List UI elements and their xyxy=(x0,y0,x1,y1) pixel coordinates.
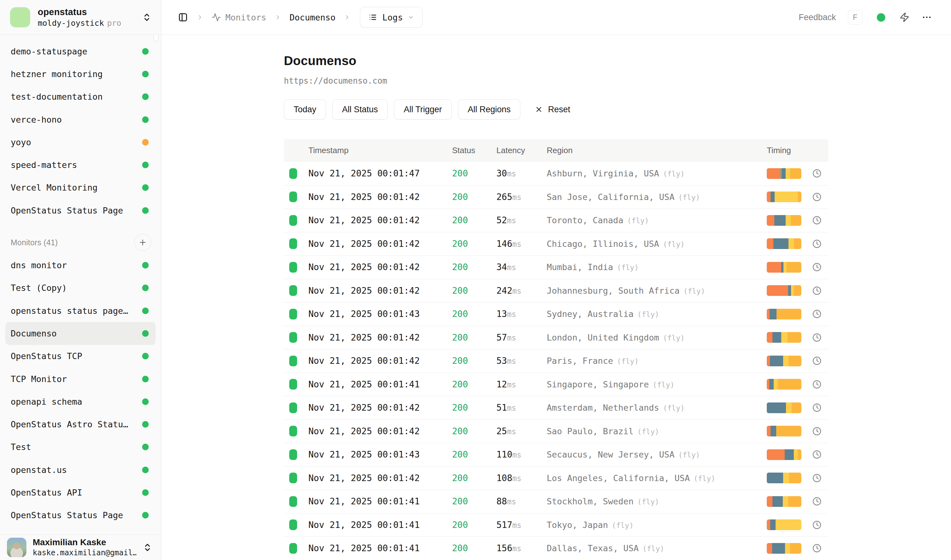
monitors-section-header: Monitors (41) xyxy=(11,233,151,252)
user-menu[interactable]: Maximilian Kaske kaske.maximilian@gmail… xyxy=(0,534,161,560)
log-row[interactable]: Nov 21, 2025 00:01:42 200 146ms Chicago,… xyxy=(284,232,828,256)
timing-bar[interactable] xyxy=(767,403,801,413)
clock-icon xyxy=(812,356,822,366)
timing-bar[interactable] xyxy=(767,472,801,483)
sidebar-item-dns-monitor[interactable]: dns monitor xyxy=(5,254,155,276)
latency-value: 265 xyxy=(496,192,512,202)
view-selector-logs[interactable]: Logs xyxy=(360,7,423,28)
log-row[interactable]: Nov 21, 2025 00:01:42 200 51ms Amsterdam… xyxy=(284,396,828,420)
timing-bar[interactable] xyxy=(767,426,801,437)
sidebar-item-documenso[interactable]: Documenso xyxy=(5,322,155,345)
sidebar-item-openstatus-status-page[interactable]: openstatus status page… xyxy=(5,299,155,322)
row-clock-cell xyxy=(805,333,828,342)
row-clock-cell xyxy=(805,169,828,178)
log-row[interactable]: Nov 21, 2025 00:01:41 200 12ms Singapore… xyxy=(284,373,828,397)
workspace-switcher[interactable]: openstatus moldy-joystickpro xyxy=(0,0,161,35)
sidebar-item-openstatus-status-page[interactable]: OpenStatus Status Page xyxy=(5,199,155,222)
row-status-cell xyxy=(284,449,308,460)
sidebar-item-vercel-monitoring[interactable]: Vercel Monitoring xyxy=(5,176,155,199)
add-monitor-button[interactable] xyxy=(134,234,151,251)
log-row[interactable]: Nov 21, 2025 00:01:41 200 156ms Dallas, … xyxy=(284,537,828,560)
log-row[interactable]: Nov 21, 2025 00:01:42 200 242ms Johannes… xyxy=(284,279,828,303)
feedback-shortcut-badge: F xyxy=(848,10,862,25)
timing-segment xyxy=(769,309,777,320)
filter-trigger[interactable]: All Trigger xyxy=(394,99,452,120)
timing-bar[interactable] xyxy=(767,379,801,389)
row-region: Sao Paulo, Brazil(fly) xyxy=(547,426,767,436)
sidebar-toggle-button[interactable] xyxy=(178,12,188,23)
log-row[interactable]: Nov 21, 2025 00:01:43 200 110ms Secaucus… xyxy=(284,443,828,467)
log-row[interactable]: Nov 21, 2025 00:01:42 200 57ms London, U… xyxy=(284,326,828,350)
latency-unit: ms xyxy=(507,357,516,366)
timing-bar[interactable] xyxy=(767,520,801,530)
sidebar-item-label: openapi schema xyxy=(11,397,82,406)
breadcrumb-monitors[interactable]: Monitors xyxy=(212,12,266,22)
timing-segment xyxy=(767,379,769,389)
timing-bar[interactable] xyxy=(767,332,801,343)
timing-bar[interactable] xyxy=(767,215,801,226)
log-row[interactable]: Nov 21, 2025 00:01:41 200 517ms Tokyo, J… xyxy=(284,514,828,537)
timing-segment xyxy=(794,238,801,249)
feedback-link[interactable]: Feedback xyxy=(799,12,836,22)
timing-bar[interactable] xyxy=(767,262,801,272)
filter-time-period[interactable]: Today xyxy=(284,99,326,120)
log-row[interactable]: Nov 21, 2025 00:01:42 200 34ms Mumbai, I… xyxy=(284,255,828,279)
filter-status[interactable]: All Status xyxy=(332,99,388,120)
log-row[interactable]: Nov 21, 2025 00:01:42 200 52ms Toronto, … xyxy=(284,209,828,232)
sidebar-item-speed-matters[interactable]: speed-matters xyxy=(5,154,155,176)
row-status-cell xyxy=(284,215,308,226)
timing-bar[interactable] xyxy=(767,449,801,460)
sidebar-item-demo-statuspage[interactable]: demo-statuspage xyxy=(5,40,155,63)
log-row[interactable]: Nov 21, 2025 00:01:42 200 265ms San Jose… xyxy=(284,186,828,209)
plus-icon xyxy=(138,238,147,247)
sidebar-item-yoyo[interactable]: yoyo xyxy=(5,131,155,154)
sidebar-item-test-copy[interactable]: Test (Copy) xyxy=(5,277,155,299)
sidebar-scrollbar[interactable] xyxy=(154,35,158,42)
timing-bar[interactable] xyxy=(767,191,801,202)
sidebar-item-verce-hono[interactable]: verce-hono xyxy=(5,108,155,131)
row-clock-cell xyxy=(805,497,828,506)
row-status-code: 200 xyxy=(452,192,496,202)
sidebar-item-openstatus-tcp[interactable]: OpenStatus TCP xyxy=(5,345,155,368)
timing-bar[interactable] xyxy=(767,309,801,320)
sidebar-item-openstatus-astro-statu[interactable]: OpenStatus Astro Statu… xyxy=(5,413,155,435)
timing-bar[interactable] xyxy=(767,496,801,507)
timing-bar[interactable] xyxy=(767,238,801,249)
row-clock-cell xyxy=(805,450,828,459)
sidebar-item-openstatus-api[interactable]: OpenStatus API xyxy=(5,481,155,504)
sidebar-item-openapi-schema[interactable]: openapi schema xyxy=(5,390,155,413)
system-status-indicator[interactable] xyxy=(874,11,888,24)
filter-regions[interactable]: All Regions xyxy=(458,99,521,120)
sidebar-item-label: yoyo xyxy=(11,137,31,147)
log-row[interactable]: Nov 21, 2025 00:01:42 200 53ms Paris, Fr… xyxy=(284,349,828,373)
sidebar-item-openstat-us[interactable]: openstat.us xyxy=(5,458,155,481)
sidebar: openstatus moldy-joystickpro demo-status… xyxy=(0,0,161,560)
log-row[interactable]: Nov 21, 2025 00:01:43 200 13ms Sydney, A… xyxy=(284,303,828,326)
row-clock-cell xyxy=(805,286,828,295)
sidebar-item-hetzner-monitoring[interactable]: hetzner monitoring xyxy=(5,63,155,85)
timing-bar[interactable] xyxy=(767,355,801,366)
timing-bar[interactable] xyxy=(767,285,801,296)
log-row[interactable]: Nov 21, 2025 00:01:41 200 88ms Stockholm… xyxy=(284,490,828,514)
view-selector-label: Logs xyxy=(382,12,403,22)
log-row[interactable]: Nov 21, 2025 00:01:42 200 108ms Los Ange… xyxy=(284,467,828,490)
reset-filters-button[interactable]: Reset xyxy=(535,105,570,114)
sidebar-item-label: OpenStatus Astro Statu… xyxy=(11,420,128,429)
row-timing-cell xyxy=(767,449,805,460)
timing-segment xyxy=(794,285,801,296)
sidebar-item-tcp-monitor[interactable]: TCP Monitor xyxy=(5,368,155,390)
sidebar-item-test-documentation[interactable]: test-documentation xyxy=(5,86,155,108)
timing-bar[interactable] xyxy=(767,543,801,554)
more-menu-button[interactable] xyxy=(922,12,932,23)
log-row[interactable]: Nov 21, 2025 00:01:47 200 30ms Ashburn, … xyxy=(284,162,828,186)
quick-actions-button[interactable] xyxy=(899,12,909,22)
timing-bar[interactable] xyxy=(767,168,801,179)
status-square xyxy=(289,215,297,226)
sidebar-item-openstatus-status-page[interactable]: OpenStatus Status Page xyxy=(5,504,155,527)
timing-segment xyxy=(783,355,789,366)
breadcrumb-documenso[interactable]: Documenso xyxy=(289,12,335,22)
status-square xyxy=(289,449,297,460)
log-row[interactable]: Nov 21, 2025 00:01:42 200 25ms Sao Paulo… xyxy=(284,420,828,443)
region-provider: (fly) xyxy=(652,381,674,389)
sidebar-item-test[interactable]: Test xyxy=(5,436,155,458)
